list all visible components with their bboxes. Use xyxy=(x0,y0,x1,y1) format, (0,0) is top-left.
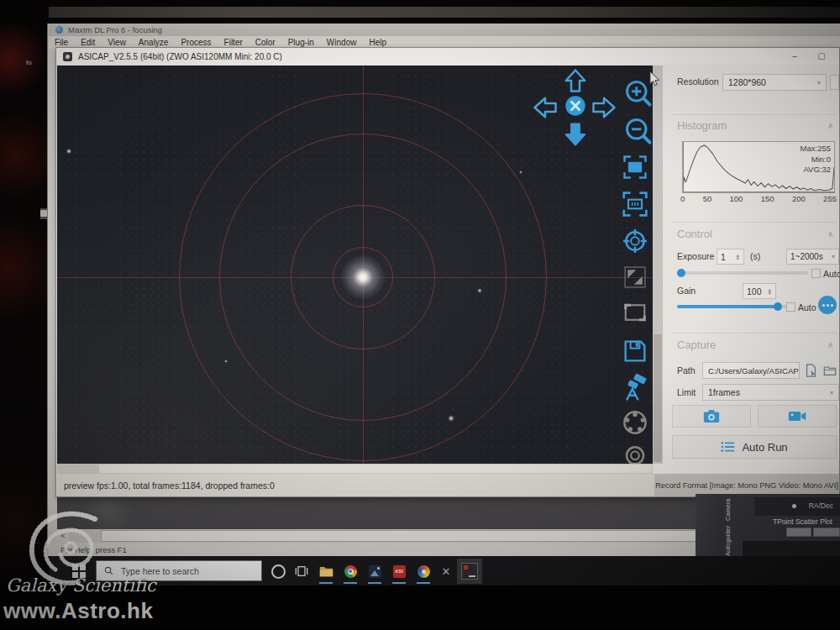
tick-200: 200 xyxy=(792,194,806,203)
exposure-label: Exposure xyxy=(677,251,714,261)
gain-stepper[interactable]: 100 ▲▼ xyxy=(743,283,776,299)
gain-slider-thumb[interactable] xyxy=(774,302,782,311)
taskbar-active-app-button[interactable] xyxy=(457,559,482,584)
chevron-down-icon: ▾ xyxy=(817,79,821,87)
minimize-button[interactable]: – xyxy=(785,49,804,63)
start-button[interactable] xyxy=(72,564,86,578)
auto-run-button[interactable]: Auto Run xyxy=(672,435,837,459)
maxim-title-bar[interactable]: MaxIm DL Pro 6 - focusing xyxy=(49,24,840,36)
tab-camera[interactable]: Camera xyxy=(724,496,741,524)
crosshair-toggle-button[interactable] xyxy=(622,228,648,255)
task-view-button[interactable] xyxy=(294,564,309,579)
fit-screen-button[interactable] xyxy=(622,155,648,180)
asicap-title-bar[interactable]: ASICAP_V2.5.5 (64bit) (ZWO ASI120MM Mini… xyxy=(56,48,839,65)
auto-run-label: Auto Run xyxy=(742,441,787,454)
new-file-button[interactable] xyxy=(804,363,818,378)
tab-autoguider[interactable]: Autoguider xyxy=(724,526,741,556)
exposure-range-value: 1~2000s xyxy=(790,252,823,261)
exposure-range-dropdown[interactable]: 1~2000s▾ xyxy=(786,249,839,265)
spinner-arrows-icon[interactable]: ▲▼ xyxy=(736,254,740,260)
collapse-chevron-icon[interactable]: ∧ xyxy=(827,340,833,349)
scroll-left-arrow-icon[interactable]: < xyxy=(57,529,69,543)
menu-file[interactable]: File xyxy=(55,38,68,47)
record-video-button[interactable] xyxy=(758,405,837,428)
cortana-icon xyxy=(271,564,286,579)
maximize-button[interactable]: ▢ xyxy=(812,49,831,63)
menu-edit[interactable]: Edit xyxy=(81,38,95,47)
taskbar-search-input[interactable]: Type here to search xyxy=(96,560,262,581)
asi-app-icon: ASI xyxy=(393,565,406,578)
snapshot-area-button[interactable] xyxy=(622,300,648,325)
menu-view[interactable]: View xyxy=(108,38,126,47)
menu-process[interactable]: Process xyxy=(181,38,211,47)
tick-100: 100 xyxy=(730,194,743,203)
file-explorer-button[interactable] xyxy=(318,564,333,579)
star xyxy=(66,148,72,154)
collapse-chevron-icon[interactable]: ∧ xyxy=(827,121,833,130)
menu-color[interactable]: Color xyxy=(255,38,276,47)
menu-help[interactable]: Help xyxy=(369,38,386,47)
tpoint-scatter-plot-label: TPoint Scatter Plot xyxy=(773,517,832,526)
photos-app-button[interactable] xyxy=(367,564,382,579)
open-folder-button[interactable] xyxy=(822,364,837,377)
limit-dropdown[interactable]: 1frames▾ xyxy=(702,384,839,401)
collapse-chevron-icon[interactable]: ∧ xyxy=(827,229,833,239)
pan-down-button[interactable] xyxy=(563,121,588,148)
exposure-stepper[interactable]: 1 ▲▼ xyxy=(717,249,744,265)
resolution-extra-button[interactable] xyxy=(830,75,839,90)
scrollbar-thumb[interactable] xyxy=(654,334,662,462)
fragment-button[interactable] xyxy=(786,528,811,537)
tick-50: 50 xyxy=(703,194,712,203)
fragment-button[interactable] xyxy=(813,528,840,537)
gain-auto-checkbox[interactable] xyxy=(786,302,795,312)
pan-up-button[interactable] xyxy=(563,67,588,94)
file-explorer-icon xyxy=(319,565,333,577)
task-view-icon xyxy=(295,565,308,577)
flip-button[interactable] xyxy=(622,265,648,290)
radec-radio[interactable] xyxy=(792,504,796,508)
scrollbar-thumb[interactable] xyxy=(99,465,652,473)
maxim-window-title: MaxIm DL Pro 6 - focusing xyxy=(68,25,162,34)
pan-right-button[interactable] xyxy=(591,95,617,120)
histogram-avg: AVG:32 xyxy=(801,165,831,176)
more-controls-button[interactable] xyxy=(818,296,837,314)
chrome-button[interactable] xyxy=(343,564,358,579)
monitor-top-bezel xyxy=(0,0,840,24)
spinner-arrows-icon[interactable]: ▲▼ xyxy=(768,288,772,295)
menu-window[interactable]: Window xyxy=(327,38,357,47)
record-format-text: Record Format [Image: Mono PNG Video: Mo… xyxy=(655,481,838,490)
preview-vertical-scrollbar[interactable] xyxy=(653,66,663,464)
snapshot-button[interactable] xyxy=(672,405,751,428)
x-app-button[interactable]: ✕ xyxy=(438,564,454,579)
telescope-button[interactable] xyxy=(620,374,648,402)
menu-filter[interactable]: Filter xyxy=(224,38,243,47)
monitor-bottom-dark xyxy=(0,585,840,630)
menu-analyze[interactable]: Analyze xyxy=(139,38,169,47)
background-window-text-fragment: fo xyxy=(26,59,32,66)
star xyxy=(448,415,454,422)
preview-horizontal-scrollbar[interactable] xyxy=(57,464,653,474)
resolution-label: Resolution xyxy=(677,76,719,87)
chevron-down-icon: ▾ xyxy=(830,389,833,396)
roi-button[interactable] xyxy=(622,191,648,218)
save-button[interactable] xyxy=(622,338,648,365)
fragment-bottom xyxy=(743,541,840,556)
asi-app-button[interactable]: ASI xyxy=(391,564,407,579)
gain-slider-fill xyxy=(677,305,778,308)
resolution-dropdown[interactable]: 1280*960▾ xyxy=(722,74,827,91)
exposure-auto-label: Auto xyxy=(823,269,840,279)
exposure-slider[interactable] xyxy=(677,271,808,275)
zoom-out-button[interactable] xyxy=(623,116,654,146)
star xyxy=(341,255,385,299)
exposure-slider-thumb[interactable] xyxy=(677,269,685,277)
center-target-button[interactable] xyxy=(564,94,587,118)
menu-plugin[interactable]: Plug-in xyxy=(288,38,314,47)
filter-wheel-button[interactable] xyxy=(622,409,648,436)
search-icon xyxy=(104,566,113,575)
path-input[interactable]: C:/Users/Galaxy/ASICAP xyxy=(702,362,800,379)
pan-left-button[interactable] xyxy=(532,95,559,120)
exposure-auto-checkbox[interactable] xyxy=(811,269,821,278)
cortana-button[interactable] xyxy=(270,564,286,579)
color-wheel-app-button[interactable] xyxy=(416,564,431,579)
radec-label: RA/Dec xyxy=(809,501,833,510)
